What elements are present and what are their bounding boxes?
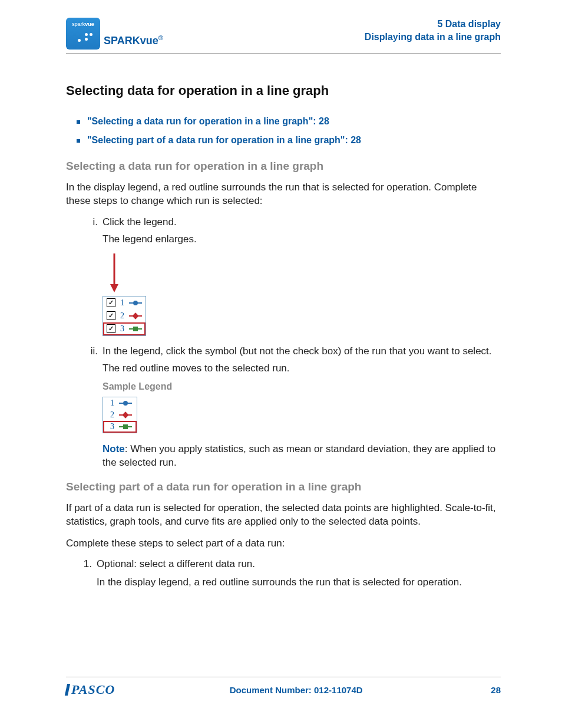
intro-paragraph: In the display legend, a red outline sur… <box>66 181 501 208</box>
step-marker: i. <box>82 216 98 228</box>
document-number: Document Number: 012-11074D <box>115 685 477 695</box>
legend-box[interactable]: 1 2 3 <box>103 397 137 433</box>
toc-list: "Selecting a data run for operation in a… <box>77 116 501 146</box>
toc-item[interactable]: "Selecting part of a data run for operat… <box>77 135 501 146</box>
step-text: In the legend, click the symbol (but not… <box>103 345 492 357</box>
legend-symbol-icon[interactable] <box>119 411 132 419</box>
section-number: 5 Data display <box>365 18 501 31</box>
legend-run-number: 3 <box>120 324 124 334</box>
svg-marker-1 <box>110 284 118 292</box>
arrow-down-icon <box>106 252 501 294</box>
legend-run-number: 3 <box>110 422 114 431</box>
subheading-2: Selecting part of a data run for operati… <box>66 480 501 493</box>
body-paragraph: Complete these steps to select part of a… <box>66 537 501 551</box>
legend-row-selected[interactable]: ✓ 3 <box>103 322 146 335</box>
legend-run-number: 1 <box>120 298 124 308</box>
legend-symbol-icon[interactable] <box>129 312 142 320</box>
page-footer: PASCO Document Number: 012-11074D 28 <box>66 677 501 697</box>
pasco-logo: PASCO <box>66 682 115 697</box>
legend-run-number: 2 <box>110 410 114 420</box>
legend-figure-sample: 1 2 3 <box>103 397 501 433</box>
legend-row[interactable]: 2 <box>103 409 137 421</box>
legend-run-number: 2 <box>120 311 124 321</box>
legend-symbol-icon[interactable] <box>119 399 132 407</box>
legend-box[interactable]: ✓ 1 ✓ 2 ✓ 3 <box>103 296 146 336</box>
legend-row[interactable]: 1 <box>103 397 137 409</box>
numbered-steps: 1. Optional: select a different data run… <box>79 558 501 589</box>
sparkvue-logo: sparkvue <box>66 18 100 50</box>
step-result: In the display legend, a red outline sur… <box>97 576 501 589</box>
step-marker: 1. <box>79 558 92 570</box>
note-label: Note <box>103 443 125 454</box>
legend-symbol-icon[interactable] <box>129 325 142 333</box>
note-paragraph: Note: When you apply statistics, such as… <box>103 443 501 470</box>
legend-run-number: 1 <box>110 398 114 408</box>
page-title: Selecting data for operation in a line g… <box>66 83 501 98</box>
section-sub: Displaying data in a line graph <box>365 31 501 44</box>
legend-row[interactable]: ✓ 2 <box>103 309 146 322</box>
subheading-1: Selecting a data run for operation in a … <box>66 160 501 173</box>
legend-checkbox[interactable]: ✓ <box>107 298 115 307</box>
page-number: 28 <box>477 685 501 695</box>
step-text: Optional: select a different data run. <box>97 558 255 570</box>
header-right: 5 Data display Displaying data in a line… <box>365 18 501 43</box>
product-name: SPARKvue® <box>104 34 163 50</box>
step-result: The legend enlarges. <box>103 233 501 246</box>
sample-legend-caption: Sample Legend <box>103 381 501 392</box>
step-result: The red outline moves to the selected ru… <box>103 362 501 375</box>
step-marker: ii. <box>82 345 98 357</box>
header-left: sparkvue SPARKvue® <box>66 18 163 50</box>
legend-symbol-icon[interactable] <box>119 423 132 431</box>
legend-figure-enlarged: ✓ 1 ✓ 2 ✓ 3 <box>103 252 501 336</box>
body-paragraph: If part of a data run is selected for op… <box>66 502 501 529</box>
roman-steps: i. Click the legend. The legend enlarges… <box>82 216 501 470</box>
legend-symbol-icon[interactable] <box>129 299 142 307</box>
toc-item[interactable]: "Selecting a data run for operation in a… <box>77 116 501 127</box>
step-text: Click the legend. <box>103 216 177 228</box>
legend-row[interactable]: ✓ 1 <box>103 297 146 309</box>
page-header: sparkvue SPARKvue® 5 Data display Displa… <box>66 18 501 54</box>
legend-checkbox[interactable]: ✓ <box>107 311 115 320</box>
legend-row-selected[interactable]: 3 <box>103 421 137 433</box>
legend-checkbox[interactable]: ✓ <box>107 324 115 333</box>
